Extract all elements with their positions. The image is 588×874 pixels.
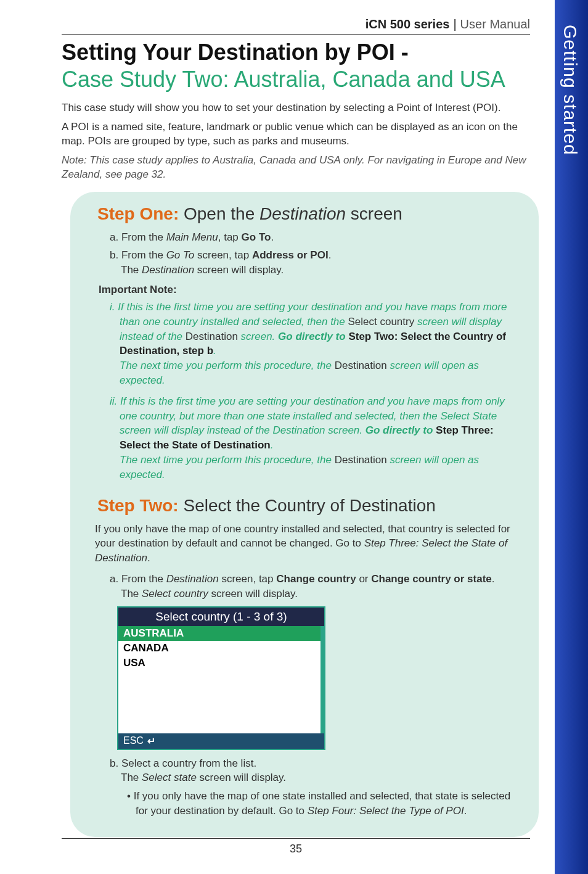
ni-tail: The next time you perform this procedure… [120, 360, 335, 371]
step-one-rest-2: screen [346, 204, 402, 223]
page-number: 35 [290, 843, 302, 855]
step-two-item-b: b. Select a country from the list. The S… [110, 756, 517, 786]
page-footer: 35 [62, 838, 530, 855]
page-content: iCN 500 series | User Manual Setting You… [0, 0, 555, 874]
s2b-l2pre: The [121, 772, 142, 783]
s1b-em: Go To [166, 249, 195, 261]
note-ii: ii. If this is the first time you are se… [99, 394, 517, 482]
device-scrollbar[interactable] [321, 626, 324, 733]
doc-type: User Manual [460, 17, 530, 31]
s1a-bold: Go To [242, 231, 271, 243]
step-two-lead: If you only have the map of one country … [95, 522, 514, 566]
ni-g3: screen. [238, 331, 278, 342]
s2a-l2pre: The [121, 588, 142, 600]
s2b-l2em: Select state [142, 772, 197, 783]
step-one-label: Step One: [97, 204, 179, 223]
country-row-usa[interactable]: USA [118, 656, 324, 670]
page-title-line1: Setting Your Destination by POI - [62, 39, 530, 65]
s1a-em: Main Menu [166, 231, 218, 243]
intro-paragraph-2: A POI is a named site, feature, landmark… [62, 120, 530, 149]
s1b-l2em: Destination [142, 264, 194, 276]
s2a-pre: a. From the [110, 573, 166, 585]
steps-box: Step One: Open the Destination screen a.… [70, 192, 539, 837]
s2-bullet-post: . [464, 805, 467, 817]
s2a-b2: Change country or state [371, 573, 492, 585]
s2a-l2post: screen will display. [208, 588, 298, 600]
intro-note: Note: This case study applies to Austral… [62, 154, 530, 182]
ni-prefix: i. [110, 301, 118, 313]
s2a-em: Destination [166, 573, 219, 585]
device-footer: ESC ↵ [118, 733, 324, 749]
ni-g4: . [213, 345, 216, 357]
step-two-sub-bullet: • If you only have the map of one state … [127, 789, 517, 818]
nii-g4: . [271, 439, 274, 451]
s1b-mid: screen, tap [194, 249, 252, 261]
s2-lead2: . [147, 552, 150, 564]
s2a-mid: screen, tap [219, 573, 277, 585]
nii-tail: The next time you perform this procedure… [120, 454, 335, 466]
s2b-l2post: screen will display. [197, 772, 286, 783]
s1b-l2pre: The [121, 264, 142, 276]
country-row-canada[interactable]: CANADA [118, 641, 324, 656]
step-two-item-a: a. From the Destination screen, tap Chan… [110, 572, 517, 601]
step-one-item-b: b. From the Go To screen, tap Address or… [110, 248, 517, 278]
nii-gb: Go directly to [365, 424, 436, 436]
s1b-l2post: screen will display. [194, 264, 284, 276]
side-tab: Getting started [555, 0, 588, 874]
step-one-item-a: a. From the Main Menu, tap Go To. [110, 230, 517, 245]
s2a-or: or [356, 573, 372, 585]
s1a-mid: , tap [218, 231, 242, 243]
esc-label[interactable]: ESC [123, 735, 144, 746]
device-body: AUSTRALIA CANADA USA [118, 626, 324, 733]
header: iCN 500 series | User Manual [62, 17, 530, 35]
s1a-post: . [271, 231, 274, 243]
nii-prefix: ii. [110, 395, 120, 407]
enter-icon[interactable]: ↵ [147, 735, 155, 747]
ni-tail-up: Destination [335, 360, 387, 371]
step-two-list-b: b. Select a country from the list. The S… [110, 756, 517, 786]
s1a-pre: a. From the [110, 231, 166, 243]
step-two-heading: Step Two: Select the Country of Destinat… [97, 496, 517, 516]
important-note-block: i. If this is the first time you are set… [99, 300, 517, 482]
header-separator: | [449, 17, 460, 31]
s1b-pre: b. From the [110, 249, 166, 261]
step-one-heading: Step One: Open the Destination screen [97, 204, 517, 224]
side-tab-label: Getting started [555, 0, 581, 155]
intro-paragraph-1: This case study will show you how to set… [62, 101, 530, 115]
s2-bullet-em: Step Four: Select the Type of POI [308, 805, 464, 817]
s2a-l2em: Select country [142, 588, 208, 600]
s2a-b1: Change country [276, 573, 356, 585]
s2a-post: . [492, 573, 495, 585]
page-title-line2: Case Study Two: Australia, Canada and US… [62, 67, 530, 93]
device-screenshot: Select country (1 - 3 of 3) AUSTRALIA CA… [117, 606, 325, 750]
note-i: i. If this is the first time you are set… [99, 300, 517, 388]
s2b-l1: b. Select a country from the list. [110, 757, 256, 769]
ni-up1: Select country [348, 316, 414, 328]
product-series: iCN 500 series [365, 17, 450, 31]
step-two-rest: Select the Country of Destination [179, 496, 436, 515]
s1b-post: . [329, 249, 332, 261]
step-two-label: Step Two: [97, 496, 179, 515]
ni-up2: Destination [186, 331, 238, 342]
step-one-list: a. From the Main Menu, tap Go To. b. Fro… [110, 230, 517, 278]
step-one-rest-em: Destination [259, 204, 346, 223]
ni-gb: Go directly to [278, 331, 348, 342]
device-title-bar: Select country (1 - 3 of 3) [118, 608, 324, 626]
country-row-australia[interactable]: AUSTRALIA [118, 626, 324, 641]
important-note-label: Important Note: [99, 284, 517, 296]
s1b-bold: Address or POI [252, 249, 329, 261]
step-one-rest-1: Open the [179, 204, 259, 223]
step-two-list: a. From the Destination screen, tap Chan… [110, 572, 517, 601]
nii-tail-up: Destination [335, 454, 387, 466]
